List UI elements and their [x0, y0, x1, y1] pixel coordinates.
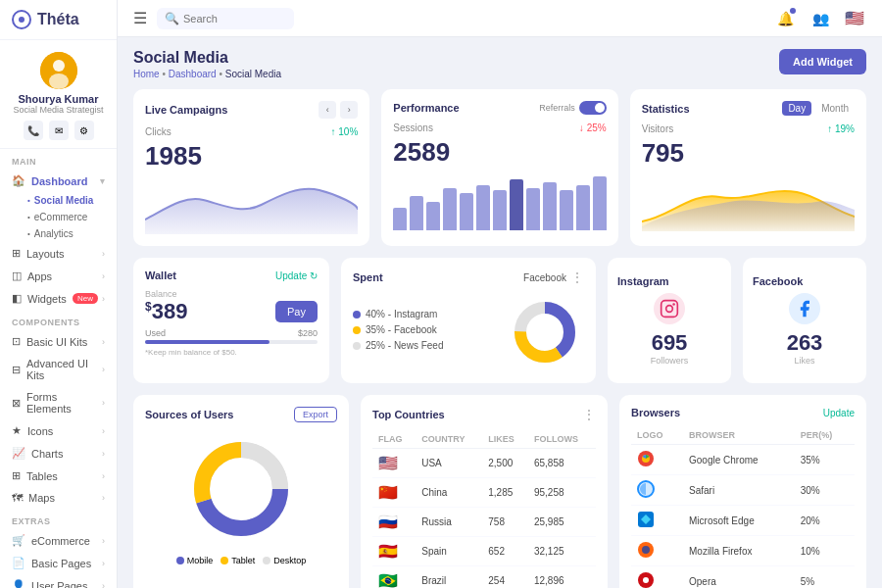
legend-facebook: 35% - Facebook [353, 324, 496, 335]
country-name: USA [416, 449, 482, 478]
advanced-ui-icon: ⊟ [12, 364, 21, 376]
sidebar-item-charts[interactable]: 📈Charts › [0, 442, 117, 465]
breadcrumb: Home • Dashboard • Social Media [133, 69, 281, 79]
logo-icon [12, 10, 31, 29]
tablet-label: Tablet [231, 556, 255, 565]
balance-row: Balance $389 Pay [145, 289, 318, 324]
instagram-card-title: Instagram [617, 275, 669, 287]
instagram-icon [654, 293, 685, 324]
breadcrumb-dashboard[interactable]: Dashboard [169, 69, 217, 79]
wallet-note: *Keep min balance of $50. [145, 348, 318, 357]
browsers-update[interactable]: Update [823, 408, 855, 418]
add-widget-button[interactable]: Add Widget [779, 49, 866, 74]
live-campaigns-prev[interactable]: ‹ [318, 101, 336, 119]
basic-ui-icon: ⊡ [12, 335, 21, 348]
statistics-title: Statistics [642, 103, 690, 115]
statistics-metric: Visitors ↑ 19% [642, 123, 855, 134]
phone-icon[interactable]: 📞 [24, 121, 43, 140]
performance-value: 2589 [393, 137, 606, 168]
message-icon[interactable]: ✉ [49, 121, 69, 140]
country-name: China [416, 478, 482, 508]
performance-bar-3 [443, 188, 457, 230]
sidebar-item-basic-pages[interactable]: 📄Basic Pages › [0, 552, 117, 574]
sidebar-item-maps[interactable]: 🗺Maps › [0, 487, 117, 509]
tab-month[interactable]: Month [815, 101, 855, 116]
live-campaigns-nav: ‹ › [318, 101, 358, 119]
tablet-legend: Tablet [220, 556, 255, 565]
browsers-header: Browsers Update [631, 407, 855, 418]
country-likes: 1,285 [482, 478, 528, 508]
sidebar-item-basic-ui[interactable]: ⊡Basic UI Kits › [0, 330, 117, 353]
notification-icon[interactable]: 🔔 [772, 6, 798, 31]
sidebar-item-social-media[interactable]: Social Media [27, 192, 117, 209]
tab-day[interactable]: Day [782, 101, 811, 116]
sidebar-item-forms[interactable]: ⊠Forms Elements › [0, 386, 117, 419]
country-likes: 254 [482, 566, 528, 589]
main-section-label: MAIN [0, 149, 117, 170]
spent-content: 40% - Instagram 35% - Facebook 25% - New… [353, 293, 584, 371]
toggle-switch[interactable] [579, 101, 607, 115]
sidebar-item-dashboard[interactable]: 🏠 Dashboard ▾ [0, 170, 117, 192]
hamburger-icon[interactable]: ☰ [133, 9, 147, 27]
statistics-value: 795 [642, 138, 855, 169]
balance-label: Balance [145, 289, 318, 299]
table-row: 🇺🇸 USA 2,500 65,858 [372, 449, 596, 478]
export-button[interactable]: Export [294, 407, 337, 422]
language-flag[interactable]: 🇺🇸 [843, 7, 866, 30]
spent-header: Spent Facebook ⋮ [353, 270, 584, 285]
browser-logo [631, 506, 683, 536]
sidebar-item-ecommerce[interactable]: eCommerce [27, 209, 117, 225]
pay-button[interactable]: Pay [275, 301, 318, 322]
sidebar-item-analytics[interactable]: Analytics [27, 225, 117, 242]
topbar: ☰ 🔍 🔔 👥 🇺🇸 [118, 0, 882, 37]
live-campaigns-metric: Clicks ↑ 10% [145, 126, 358, 137]
settings-icon[interactable]: ⚙ [74, 121, 94, 140]
components-section-label: COMPONENTS [0, 310, 117, 330]
statistics-header: Statistics Day Month [642, 101, 855, 116]
spent-legend: 40% - Instagram 35% - Facebook 25% - New… [353, 309, 496, 356]
sidebar-item-icons[interactable]: ★Icons › [0, 419, 117, 442]
spent-title: Spent [353, 271, 383, 283]
live-campaigns-next[interactable]: › [340, 101, 358, 119]
col-country: COUNTRY [416, 430, 482, 449]
breadcrumb-home[interactable]: Home [133, 69, 160, 79]
browser-name: Microsoft Edge [683, 506, 795, 536]
country-likes: 758 [482, 508, 528, 537]
sidebar-item-user-pages[interactable]: 👤User Pages › [0, 574, 117, 588]
wallet-progress-bar [145, 340, 318, 344]
col-likes: LIKES [482, 430, 528, 449]
browser-name: Google Chrome [683, 445, 795, 475]
wallet-update[interactable]: Update ↻ [275, 270, 318, 281]
sidebar-item-widgets[interactable]: ◧Widgets New› [0, 287, 117, 310]
layouts-icon: ⊞ [12, 247, 21, 260]
browsers-card: Browsers Update LOGO BROWSER PER(%) Goog… [619, 395, 866, 588]
browser-pct: 20% [795, 506, 855, 536]
basic-pages-icon: 📄 [12, 557, 25, 569]
live-campaigns-header: Live Campaigns ‹ › [145, 101, 358, 119]
table-row: Mozilla Firefox 10% [631, 536, 855, 566]
countries-menu[interactable]: ⋮ [582, 407, 596, 422]
sidebar-item-apps[interactable]: ◫Apps › [0, 265, 117, 287]
facebook-legend-dot [353, 326, 361, 334]
social-stats-container: Instagram 695 Followers Facebook [608, 258, 866, 383]
browsers-title: Browsers [631, 407, 680, 418]
statistics-chart [642, 172, 855, 231]
newsfeed-legend-dot [353, 342, 361, 350]
users-icon[interactable]: 👥 [808, 6, 833, 31]
country-name: Spain [416, 537, 482, 566]
country-flag: 🇪🇸 [372, 537, 416, 566]
performance-bar-12 [593, 176, 607, 230]
browser-logo [631, 475, 683, 506]
user-profile: Shourya Kumar Social Media Strategist 📞 … [0, 40, 117, 149]
search-box[interactable]: 🔍 [157, 8, 294, 29]
table-row: Microsoft Edge 20% [631, 506, 855, 536]
spent-menu[interactable]: ⋮ [570, 270, 584, 285]
breadcrumb-current: Social Media [225, 69, 281, 79]
sidebar-item-advanced-ui[interactable]: ⊟Advanced UI Kits › [0, 353, 117, 386]
search-input[interactable] [183, 13, 281, 24]
sidebar-item-layouts[interactable]: ⊞Layouts › [0, 242, 117, 265]
countries-header: Top Countries ⋮ [372, 407, 596, 422]
sidebar-item-ecommerce-extra[interactable]: 🛒eCommerce › [0, 529, 117, 552]
sidebar-item-tables[interactable]: ⊞Tables › [0, 465, 117, 487]
performance-header: Performance Referrals [393, 101, 606, 115]
